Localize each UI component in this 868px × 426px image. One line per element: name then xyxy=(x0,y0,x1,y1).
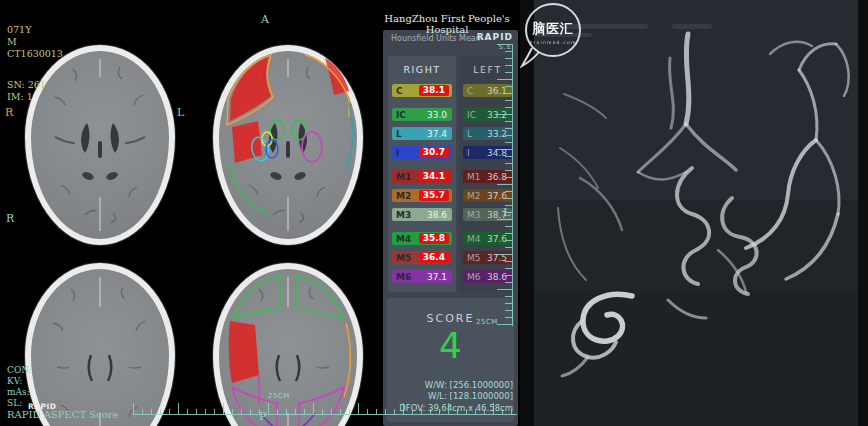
region-label: C xyxy=(396,86,403,96)
region-value: 38.6 xyxy=(427,210,447,220)
patient-accession: CT1630013 xyxy=(7,48,63,60)
panel-subtitle: Hounsfield Units Mean xyxy=(391,34,481,43)
image-number: IM: 1 xyxy=(7,91,63,103)
aspects-row-right-M4: M4 35.8 xyxy=(392,232,452,245)
region-label: M2 xyxy=(396,191,411,201)
region-label: M1 xyxy=(396,172,411,182)
watermark-name: 脑医汇 xyxy=(531,21,574,36)
region-label: M6 xyxy=(467,272,481,282)
column-header-right: RIGHT xyxy=(388,64,456,75)
aspects-region-overlay xyxy=(213,45,363,245)
orientation-right-marker-lower: R xyxy=(6,212,14,225)
con-label: CON: xyxy=(7,365,32,376)
region-value: 37.4 xyxy=(427,129,447,139)
region-value: 34.1 xyxy=(419,171,449,182)
aspects-row-right-M1: M1 34.1 xyxy=(392,170,452,183)
window-level: W/L: [128.1000000] xyxy=(399,391,513,403)
orientation-panel-left-marker: L xyxy=(503,206,510,219)
region-value: 37.1 xyxy=(427,272,447,282)
region-label: M5 xyxy=(396,253,411,263)
region-label: M2 xyxy=(467,191,481,201)
kv-label: KV: xyxy=(7,376,32,387)
region-label: M6 xyxy=(396,272,411,282)
aspects-row-right-C: C 38.1 xyxy=(392,84,452,97)
series-number: SN: 261 xyxy=(7,79,63,91)
score-value: 4 xyxy=(387,327,514,365)
patient-age: 071Y xyxy=(7,24,63,36)
app-title: RAPID ASPECT Score xyxy=(7,409,118,420)
orientation-anterior-marker: A xyxy=(261,13,269,26)
region-label: M5 xyxy=(467,253,481,263)
rapid-aspects-workstation: 071Y M CT1630013 SN: 261 IM: 1 R L R A P… xyxy=(0,0,868,426)
region-label: M4 xyxy=(396,234,411,244)
region-value: 33.0 xyxy=(427,110,447,120)
region-value: 35.7 xyxy=(419,190,449,201)
region-label: M4 xyxy=(467,234,481,244)
aspects-row-right-I: I 30.7 xyxy=(392,146,452,159)
region-label: M3 xyxy=(467,210,481,220)
patient-info: 071Y M CT1630013 SN: 261 IM: 1 xyxy=(7,24,63,103)
vertical-scale-label: 25CM xyxy=(476,318,498,326)
region-label: I xyxy=(467,148,470,158)
orientation-left-marker: L xyxy=(177,106,184,119)
region-label: M1 xyxy=(467,172,481,182)
aspects-row-right-M6: M6 37.1 xyxy=(392,270,452,283)
region-value: 38.1 xyxy=(419,85,449,96)
horizontal-scale-ruler xyxy=(133,402,517,415)
orientation-posterior-marker: P xyxy=(259,410,266,423)
region-label: C xyxy=(467,86,473,96)
aspects-column-right: RIGHT C 38.1 IC 33.0 L 37.4 I 30.7 M1 34… xyxy=(388,56,456,292)
region-label: L xyxy=(396,129,402,139)
region-value: 36.4 xyxy=(419,252,449,263)
region-label: IC xyxy=(396,110,406,120)
region-label: I xyxy=(396,148,399,158)
vertical-scale-ruler xyxy=(497,44,513,326)
horizontal-scale-label: 25CM xyxy=(268,392,290,400)
aspects-row-right-M5: M5 36.4 xyxy=(392,251,452,264)
aspects-row-right-IC: IC 33.0 xyxy=(392,108,452,121)
brainmed-watermark: 脑医汇 brainmed.com xyxy=(520,0,584,76)
region-value: 30.7 xyxy=(419,147,449,158)
window-width: W/W: [256.1000000] xyxy=(399,380,513,392)
region-label: M3 xyxy=(396,210,411,220)
region-label: L xyxy=(467,129,472,139)
aspects-row-right-M3: M3 38.6 xyxy=(392,208,452,221)
hospital-name: HangZhou First People's Hospital xyxy=(374,13,520,35)
orientation-right-marker: R xyxy=(5,106,13,119)
mas-label: mAs: xyxy=(7,387,32,398)
region-value: 35.8 xyxy=(419,233,449,244)
patient-sex: M xyxy=(7,36,63,48)
watermark-domain: brainmed.com xyxy=(529,40,576,45)
angiogram-viewport[interactable]: 脑医汇 brainmed.com xyxy=(520,0,868,426)
ct-slice-upper-overlay[interactable] xyxy=(213,45,363,245)
aspects-row-right-L: L 37.4 xyxy=(392,127,452,140)
aspects-row-right-M2: M2 35.7 xyxy=(392,189,452,202)
region-label: IC xyxy=(467,110,476,120)
